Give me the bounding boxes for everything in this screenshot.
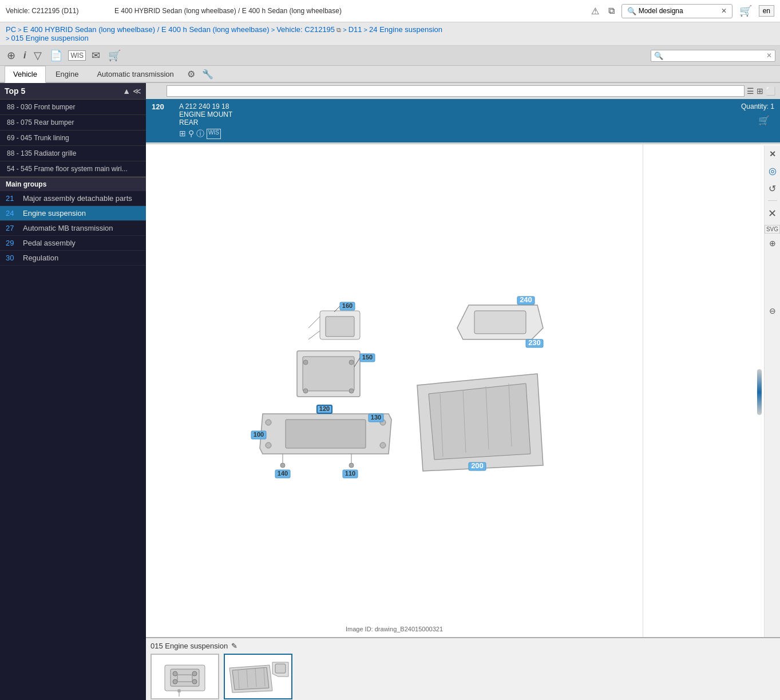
list-item[interactable]: 69 - 045 Trunk lining <box>0 130 146 146</box>
cart-icon[interactable]: 🛒 <box>106 48 123 63</box>
toolbar-search-icon: 🔍 <box>654 52 663 60</box>
table-icon[interactable]: ⊞ <box>179 129 186 139</box>
tab-vehicle[interactable]: Vehicle <box>5 66 46 83</box>
list-item[interactable]: 88 - 075 Rear bumper <box>0 115 146 130</box>
svg-line-3 <box>308 331 320 339</box>
breadcrumb-vehicle[interactable]: Vehicle: C212195 <box>276 25 335 34</box>
group-item-30[interactable]: 30 Regulation <box>0 251 146 266</box>
header-icons: ⚠ ⧉ 🔍 ✕ 🛒 en <box>589 3 774 18</box>
copy-icon[interactable]: ⧉ <box>606 5 617 17</box>
info-circle-icon[interactable]: ⓘ <box>196 129 204 139</box>
main-groups-title: Main groups <box>0 177 146 191</box>
toolbar-search-input[interactable] <box>663 52 766 60</box>
zoom-in-icon[interactable]: ⊕ <box>5 48 18 63</box>
add-to-cart-button[interactable]: 🛒 <box>754 113 774 128</box>
wis-icon[interactable]: WIS <box>68 50 86 61</box>
tab-engine[interactable]: Engine <box>47 66 87 82</box>
svg-point-49 <box>192 671 197 676</box>
breadcrumb-d11[interactable]: D11 <box>349 25 362 34</box>
group-label: Pedal assembly <box>23 239 76 247</box>
document-icon[interactable]: 📄 <box>47 48 65 63</box>
group-label: Regulation <box>23 254 58 262</box>
part-quantity: Quantity: 1 <box>741 102 774 110</box>
parts-search-input[interactable] <box>167 85 745 97</box>
search-icon[interactable]: 🔍 <box>625 6 639 17</box>
thumbnails-label: 015 Engine suspension ✎ <box>151 642 775 650</box>
top5-title: Top 5 <box>5 86 25 96</box>
svg-point-50 <box>173 679 177 684</box>
part-row[interactable]: 120 A 212 240 19 18 ENGINE MOUNTREAR ⊞ ⚲… <box>146 99 780 143</box>
info-icon[interactable]: i <box>21 49 28 62</box>
list-item[interactable]: 54 - 545 Frame floor system main wiri... <box>0 161 146 177</box>
list-item[interactable]: 88 - 135 Radiator grille <box>0 146 146 161</box>
link-icon[interactable]: ⚲ <box>188 129 194 139</box>
model-search-input[interactable] <box>639 7 719 15</box>
breadcrumb-copy-icon[interactable]: ⧉ <box>336 26 341 33</box>
wrench-icon[interactable]: 🔧 <box>199 66 217 82</box>
thumbnail-1[interactable] <box>151 654 219 699</box>
svg-point-10 <box>349 360 354 365</box>
panel-collapse-icon[interactable]: ▲ <box>122 86 130 96</box>
svg-text:100: 100 <box>254 431 264 438</box>
export-icon[interactable]: ⬜ <box>766 86 775 96</box>
part-description: ENGINE MOUNTREAR <box>179 110 741 126</box>
clear-search-icon[interactable]: ✕ <box>719 6 729 16</box>
group-num: 27 <box>6 224 18 232</box>
breadcrumb-pc[interactable]: PC <box>6 25 16 34</box>
svg-point-27 <box>280 463 285 468</box>
history-icon[interactable]: ↺ <box>767 181 778 196</box>
group-label: Engine suspension <box>23 209 86 217</box>
tab-bar: Vehicle Engine Automatic transmission ⚙ … <box>0 66 780 83</box>
zoom-in-right-icon[interactable]: ⊕ <box>767 237 778 250</box>
list-view-icon[interactable]: ☰ <box>747 86 754 96</box>
diagram-area: 160 1 <box>146 144 780 637</box>
group-item-27[interactable]: 27 Automatic MB transmission <box>0 221 146 236</box>
group-item-24[interactable]: 24 Engine suspension <box>0 206 146 221</box>
alert-icon[interactable]: ⚠ <box>589 5 601 18</box>
svg-rect-35 <box>474 311 526 334</box>
wis-icon-small[interactable]: WIS <box>207 129 221 139</box>
thumbnail-2[interactable] <box>224 654 292 699</box>
group-item-21[interactable]: 21 Major assembly detachable parts <box>0 191 146 206</box>
thumbnail-2-svg <box>227 657 290 697</box>
close-x-icon[interactable]: ✕ <box>766 205 778 222</box>
target-icon[interactable]: ◎ <box>767 164 778 178</box>
breadcrumb-engine-suspension[interactable]: 24 Engine suspension <box>369 25 442 34</box>
grid-view-icon[interactable]: ⊞ <box>757 86 763 96</box>
divider <box>768 200 777 201</box>
image-id-label: Image ID: drawing_B24015000321 <box>346 626 443 632</box>
vertical-slider[interactable] <box>757 369 762 415</box>
breadcrumb-015[interactable]: 015 Engine suspension <box>11 34 88 42</box>
thumbnail-1-svg <box>153 657 216 697</box>
list-item[interactable]: 88 - 030 Front bumper <box>0 100 146 115</box>
app-header: Vehicle: C212195 (D11) E 400 HYBRID Seda… <box>0 0 780 22</box>
svg-text:130: 130 <box>371 414 381 421</box>
thumbnails-list <box>151 654 775 699</box>
group-label: Major assembly detachable parts <box>23 194 132 203</box>
breadcrumb-model[interactable]: E 400 HYBRID Sedan (long wheelbase) / E … <box>23 25 270 34</box>
group-num: 30 <box>6 254 18 262</box>
filter-icon[interactable]: ▽ <box>31 48 44 63</box>
right-panel-inner: ✕ ◎ ↺ ✕ SVG ⊕ ⊖ <box>643 144 780 637</box>
svg-text:110: 110 <box>345 470 355 477</box>
svg-rect-1 <box>326 317 354 337</box>
settings-icon[interactable]: ⚙ <box>184 66 199 82</box>
email-icon[interactable]: ✉ <box>89 48 102 63</box>
part-number: 120 <box>152 102 175 111</box>
svg-point-48 <box>173 671 177 676</box>
group-num: 21 <box>6 194 18 203</box>
zoom-out-right-icon[interactable]: ⊖ <box>767 304 778 317</box>
panel-minimize-icon[interactable]: ≪ <box>133 86 141 96</box>
tab-automatic-transmission[interactable]: Automatic transmission <box>88 66 182 82</box>
cart-add-icon[interactable]: 🛒 <box>737 3 754 18</box>
language-selector[interactable]: en <box>759 5 774 17</box>
diagram-image[interactable]: 160 1 <box>146 144 643 637</box>
svg-text:200: 200 <box>471 461 484 470</box>
save-svg-icon[interactable]: SVG <box>765 225 780 234</box>
svg-point-12 <box>349 389 354 393</box>
edit-icon[interactable]: ✎ <box>231 642 237 650</box>
top5-list: 88 - 030 Front bumper 88 - 075 Rear bump… <box>0 100 146 177</box>
group-item-29[interactable]: 29 Pedal assembly <box>0 236 146 251</box>
close-right-panel-button[interactable]: ✕ <box>767 148 778 160</box>
toolbar-clear-icon[interactable]: ✕ <box>766 52 772 60</box>
